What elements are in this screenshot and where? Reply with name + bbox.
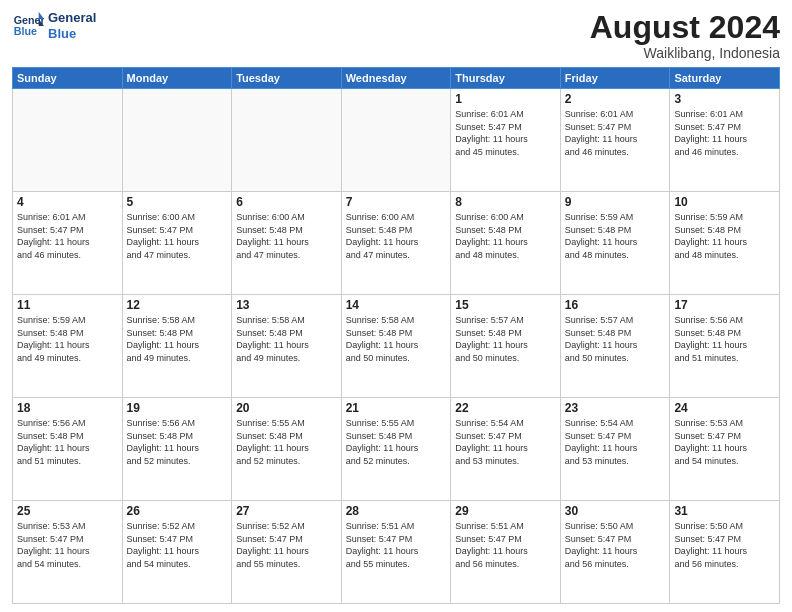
weekday-header-friday: Friday <box>560 68 670 89</box>
day-info: Sunrise: 6:01 AM Sunset: 5:47 PM Dayligh… <box>17 211 118 261</box>
day-info: Sunrise: 5:52 AM Sunset: 5:47 PM Dayligh… <box>127 520 228 570</box>
calendar-cell: 8Sunrise: 6:00 AM Sunset: 5:48 PM Daylig… <box>451 192 561 295</box>
calendar-cell: 6Sunrise: 6:00 AM Sunset: 5:48 PM Daylig… <box>232 192 342 295</box>
calendar-cell <box>341 89 451 192</box>
calendar-cell: 14Sunrise: 5:58 AM Sunset: 5:48 PM Dayli… <box>341 295 451 398</box>
calendar-cell <box>232 89 342 192</box>
day-info: Sunrise: 5:56 AM Sunset: 5:48 PM Dayligh… <box>674 314 775 364</box>
calendar-cell: 7Sunrise: 6:00 AM Sunset: 5:48 PM Daylig… <box>341 192 451 295</box>
calendar-cell: 20Sunrise: 5:55 AM Sunset: 5:48 PM Dayli… <box>232 398 342 501</box>
day-info: Sunrise: 5:58 AM Sunset: 5:48 PM Dayligh… <box>236 314 337 364</box>
day-number: 2 <box>565 92 666 106</box>
day-info: Sunrise: 6:00 AM Sunset: 5:48 PM Dayligh… <box>236 211 337 261</box>
week-row-5: 25Sunrise: 5:53 AM Sunset: 5:47 PM Dayli… <box>13 501 780 604</box>
day-info: Sunrise: 5:53 AM Sunset: 5:47 PM Dayligh… <box>17 520 118 570</box>
day-info: Sunrise: 5:56 AM Sunset: 5:48 PM Dayligh… <box>127 417 228 467</box>
calendar-cell: 29Sunrise: 5:51 AM Sunset: 5:47 PM Dayli… <box>451 501 561 604</box>
day-info: Sunrise: 5:57 AM Sunset: 5:48 PM Dayligh… <box>455 314 556 364</box>
calendar: SundayMondayTuesdayWednesdayThursdayFrid… <box>12 67 780 604</box>
calendar-cell: 11Sunrise: 5:59 AM Sunset: 5:48 PM Dayli… <box>13 295 123 398</box>
day-number: 25 <box>17 504 118 518</box>
day-number: 11 <box>17 298 118 312</box>
calendar-cell: 19Sunrise: 5:56 AM Sunset: 5:48 PM Dayli… <box>122 398 232 501</box>
day-number: 12 <box>127 298 228 312</box>
day-info: Sunrise: 5:59 AM Sunset: 5:48 PM Dayligh… <box>565 211 666 261</box>
calendar-cell: 12Sunrise: 5:58 AM Sunset: 5:48 PM Dayli… <box>122 295 232 398</box>
day-number: 21 <box>346 401 447 415</box>
day-number: 7 <box>346 195 447 209</box>
day-number: 10 <box>674 195 775 209</box>
calendar-cell <box>122 89 232 192</box>
day-number: 5 <box>127 195 228 209</box>
logo-icon: General Blue <box>12 10 44 42</box>
day-info: Sunrise: 5:59 AM Sunset: 5:48 PM Dayligh… <box>674 211 775 261</box>
day-info: Sunrise: 5:58 AM Sunset: 5:48 PM Dayligh… <box>346 314 447 364</box>
weekday-header-thursday: Thursday <box>451 68 561 89</box>
day-info: Sunrise: 5:55 AM Sunset: 5:48 PM Dayligh… <box>346 417 447 467</box>
day-info: Sunrise: 5:54 AM Sunset: 5:47 PM Dayligh… <box>455 417 556 467</box>
day-info: Sunrise: 6:00 AM Sunset: 5:48 PM Dayligh… <box>455 211 556 261</box>
calendar-cell: 24Sunrise: 5:53 AM Sunset: 5:47 PM Dayli… <box>670 398 780 501</box>
day-info: Sunrise: 5:53 AM Sunset: 5:47 PM Dayligh… <box>674 417 775 467</box>
day-number: 22 <box>455 401 556 415</box>
day-info: Sunrise: 5:54 AM Sunset: 5:47 PM Dayligh… <box>565 417 666 467</box>
day-info: Sunrise: 5:51 AM Sunset: 5:47 PM Dayligh… <box>455 520 556 570</box>
day-info: Sunrise: 5:59 AM Sunset: 5:48 PM Dayligh… <box>17 314 118 364</box>
day-number: 20 <box>236 401 337 415</box>
day-number: 29 <box>455 504 556 518</box>
calendar-cell: 18Sunrise: 5:56 AM Sunset: 5:48 PM Dayli… <box>13 398 123 501</box>
day-info: Sunrise: 6:01 AM Sunset: 5:47 PM Dayligh… <box>674 108 775 158</box>
day-number: 16 <box>565 298 666 312</box>
calendar-cell: 3Sunrise: 6:01 AM Sunset: 5:47 PM Daylig… <box>670 89 780 192</box>
logo: General Blue General Blue <box>12 10 96 42</box>
day-number: 18 <box>17 401 118 415</box>
calendar-cell: 1Sunrise: 6:01 AM Sunset: 5:47 PM Daylig… <box>451 89 561 192</box>
day-number: 23 <box>565 401 666 415</box>
weekday-header-monday: Monday <box>122 68 232 89</box>
day-info: Sunrise: 5:50 AM Sunset: 5:47 PM Dayligh… <box>565 520 666 570</box>
calendar-cell: 4Sunrise: 6:01 AM Sunset: 5:47 PM Daylig… <box>13 192 123 295</box>
day-number: 9 <box>565 195 666 209</box>
day-number: 19 <box>127 401 228 415</box>
calendar-cell: 26Sunrise: 5:52 AM Sunset: 5:47 PM Dayli… <box>122 501 232 604</box>
calendar-cell: 5Sunrise: 6:00 AM Sunset: 5:47 PM Daylig… <box>122 192 232 295</box>
day-info: Sunrise: 5:52 AM Sunset: 5:47 PM Dayligh… <box>236 520 337 570</box>
day-info: Sunrise: 5:56 AM Sunset: 5:48 PM Dayligh… <box>17 417 118 467</box>
calendar-cell: 22Sunrise: 5:54 AM Sunset: 5:47 PM Dayli… <box>451 398 561 501</box>
day-info: Sunrise: 6:01 AM Sunset: 5:47 PM Dayligh… <box>565 108 666 158</box>
weekday-header-wednesday: Wednesday <box>341 68 451 89</box>
calendar-cell: 10Sunrise: 5:59 AM Sunset: 5:48 PM Dayli… <box>670 192 780 295</box>
page: General Blue General Blue August 2024 Wa… <box>0 0 792 612</box>
day-number: 6 <box>236 195 337 209</box>
day-number: 27 <box>236 504 337 518</box>
logo-text-blue: Blue <box>48 26 96 42</box>
day-number: 13 <box>236 298 337 312</box>
calendar-cell: 31Sunrise: 5:50 AM Sunset: 5:47 PM Dayli… <box>670 501 780 604</box>
day-info: Sunrise: 6:00 AM Sunset: 5:47 PM Dayligh… <box>127 211 228 261</box>
calendar-cell: 21Sunrise: 5:55 AM Sunset: 5:48 PM Dayli… <box>341 398 451 501</box>
day-info: Sunrise: 5:58 AM Sunset: 5:48 PM Dayligh… <box>127 314 228 364</box>
day-number: 31 <box>674 504 775 518</box>
weekday-header-tuesday: Tuesday <box>232 68 342 89</box>
day-info: Sunrise: 5:50 AM Sunset: 5:47 PM Dayligh… <box>674 520 775 570</box>
day-number: 1 <box>455 92 556 106</box>
day-info: Sunrise: 6:00 AM Sunset: 5:48 PM Dayligh… <box>346 211 447 261</box>
calendar-cell: 13Sunrise: 5:58 AM Sunset: 5:48 PM Dayli… <box>232 295 342 398</box>
day-info: Sunrise: 6:01 AM Sunset: 5:47 PM Dayligh… <box>455 108 556 158</box>
day-number: 15 <box>455 298 556 312</box>
week-row-2: 4Sunrise: 6:01 AM Sunset: 5:47 PM Daylig… <box>13 192 780 295</box>
week-row-1: 1Sunrise: 6:01 AM Sunset: 5:47 PM Daylig… <box>13 89 780 192</box>
calendar-cell: 2Sunrise: 6:01 AM Sunset: 5:47 PM Daylig… <box>560 89 670 192</box>
day-number: 14 <box>346 298 447 312</box>
weekday-header-saturday: Saturday <box>670 68 780 89</box>
day-number: 8 <box>455 195 556 209</box>
day-number: 3 <box>674 92 775 106</box>
weekday-header-sunday: Sunday <box>13 68 123 89</box>
week-row-4: 18Sunrise: 5:56 AM Sunset: 5:48 PM Dayli… <box>13 398 780 501</box>
calendar-cell: 17Sunrise: 5:56 AM Sunset: 5:48 PM Dayli… <box>670 295 780 398</box>
calendar-cell: 30Sunrise: 5:50 AM Sunset: 5:47 PM Dayli… <box>560 501 670 604</box>
day-number: 17 <box>674 298 775 312</box>
calendar-cell: 23Sunrise: 5:54 AM Sunset: 5:47 PM Dayli… <box>560 398 670 501</box>
title-block: August 2024 Waiklibang, Indonesia <box>590 10 780 61</box>
month-title: August 2024 <box>590 10 780 45</box>
